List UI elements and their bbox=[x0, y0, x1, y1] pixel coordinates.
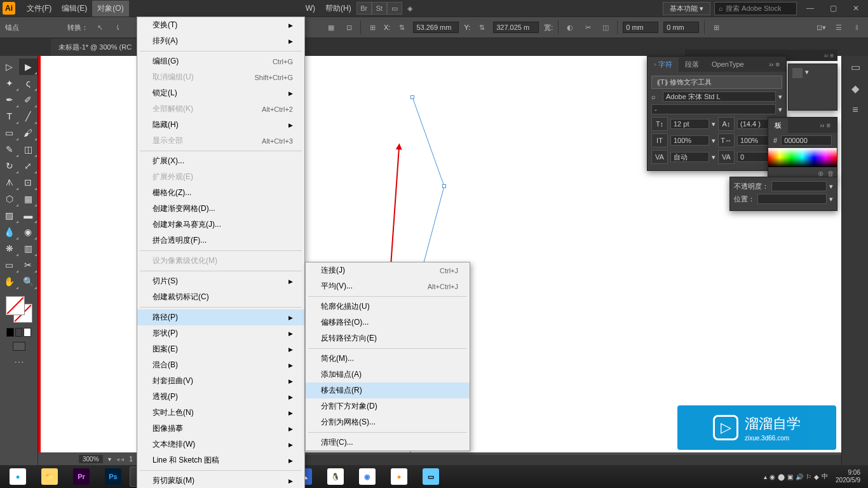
menu-item[interactable]: 排列(A)▶ bbox=[137, 33, 304, 49]
minimize-button[interactable]: — bbox=[801, 2, 820, 15]
menu-edit[interactable]: 编辑(E) bbox=[57, 1, 92, 17]
zoom-tool[interactable]: 🔍 bbox=[19, 273, 38, 290]
symbol-tool[interactable]: ❋ bbox=[0, 240, 19, 257]
menu-item[interactable]: 变换(T)▶ bbox=[137, 17, 304, 33]
eraser-tool[interactable]: ◫ bbox=[19, 141, 38, 158]
menu-item[interactable]: 创建对象马赛克(J)... bbox=[137, 217, 304, 233]
menu-item[interactable]: 图像描摹▶ bbox=[137, 421, 304, 437]
magic-wand-tool[interactable]: ✦ bbox=[0, 75, 19, 92]
pos-input[interactable] bbox=[757, 194, 827, 204]
direct-select-tool[interactable]: ▶ bbox=[19, 58, 38, 75]
convert-corner-icon[interactable]: ↖ bbox=[93, 21, 106, 34]
tab-paragraph[interactable]: 段落 bbox=[679, 57, 705, 72]
menu-item[interactable]: 扩展(X)... bbox=[137, 153, 304, 169]
x-input[interactable] bbox=[413, 22, 459, 33]
pref-icon[interactable]: ⫴ bbox=[850, 21, 863, 34]
submenu-item[interactable]: 分割下方对象(D) bbox=[306, 398, 470, 414]
submenu-item[interactable]: 连接(J)Ctrl+J bbox=[306, 262, 470, 278]
menu-item[interactable]: 编组(G)Ctrl+G bbox=[137, 53, 304, 69]
close-button[interactable]: ✕ bbox=[846, 2, 865, 15]
dock-properties[interactable]: ▭ bbox=[842, 56, 868, 78]
line-tool[interactable]: ╱ bbox=[19, 108, 38, 125]
workspace-switcher[interactable]: 基本功能 ▾ bbox=[663, 2, 710, 15]
edit-toolbar[interactable]: ⋯ bbox=[4, 353, 34, 368]
scale-tool[interactable]: ⤢ bbox=[19, 158, 38, 174]
free-transform-tool[interactable]: ⊡ bbox=[19, 174, 38, 191]
search-stock[interactable]: ⌕ 搜索 Adobe Stock bbox=[714, 2, 797, 15]
taskbar-firefox[interactable]: ● bbox=[384, 466, 414, 487]
submenu-item[interactable]: 简化(M)... bbox=[306, 351, 470, 367]
tray-icon[interactable]: 中 bbox=[822, 472, 828, 481]
extra-icon-2[interactable]: ✂ bbox=[581, 21, 594, 34]
zoom-level[interactable]: 300% bbox=[79, 455, 103, 463]
maximize-button[interactable]: ▢ bbox=[824, 2, 843, 15]
menu-object[interactable]: 对象(O) bbox=[92, 1, 128, 17]
taskbar-explorer[interactable]: 📁 bbox=[34, 466, 65, 487]
doc-tab-1[interactable]: 未标题-1* @ 300% (RC bbox=[51, 39, 139, 56]
fill-mode[interactable] bbox=[6, 328, 14, 337]
menu-item[interactable]: 混合(B)▶ bbox=[137, 357, 304, 373]
link-icon-2[interactable]: ⇅ bbox=[475, 21, 488, 34]
blend-tool[interactable]: ◉ bbox=[19, 224, 38, 240]
mesh-tool[interactable]: ▨ bbox=[0, 207, 19, 224]
dock-libraries[interactable]: ◆ bbox=[842, 78, 868, 99]
kerning-input[interactable] bbox=[670, 152, 709, 162]
menu-partial[interactable]: W) bbox=[301, 1, 320, 15]
panel-menu-icon[interactable]: ›› ≡ bbox=[763, 58, 786, 71]
hand-tool[interactable]: ✋ bbox=[0, 273, 19, 290]
stock-icon[interactable]: St bbox=[372, 2, 387, 15]
type-tool[interactable]: T bbox=[0, 108, 19, 125]
submenu-item[interactable]: 分割为网格(S)... bbox=[306, 414, 470, 430]
menu-item[interactable]: 剪切蒙版(M)▶ bbox=[137, 473, 304, 488]
menu-item[interactable]: 图案(E)▶ bbox=[137, 341, 304, 357]
menu-item[interactable]: 栅格化(Z)... bbox=[137, 185, 304, 201]
menu-item[interactable]: 封套扭曲(V)▶ bbox=[137, 373, 304, 389]
submenu-item[interactable]: 偏移路径(O)... bbox=[306, 315, 470, 330]
gpu-icon[interactable]: ◈ bbox=[402, 2, 417, 15]
submenu-item[interactable]: 添加锚点(A) bbox=[306, 367, 470, 383]
rotate-tool[interactable]: ↻ bbox=[0, 158, 19, 174]
link-icon[interactable]: ⇅ bbox=[395, 21, 408, 34]
tray-icon[interactable]: ◆ bbox=[814, 473, 819, 480]
submenu-item[interactable]: 清理(C)... bbox=[306, 435, 470, 451]
menu-item[interactable]: 切片(S)▶ bbox=[137, 273, 304, 289]
eyedropper-tool[interactable]: 💧 bbox=[0, 224, 19, 240]
menu-item[interactable]: 拼合透明度(F)... bbox=[137, 233, 304, 248]
menu-item[interactable]: 文本绕排(W)▶ bbox=[137, 437, 304, 452]
y-input[interactable] bbox=[493, 22, 539, 33]
tray-up-icon[interactable]: ▴ bbox=[764, 473, 767, 480]
pen-tool[interactable]: ✒ bbox=[0, 92, 19, 108]
slice-tool[interactable]: ✂ bbox=[19, 257, 38, 273]
submenu-item[interactable]: 平均(V)...Alt+Ctrl+J bbox=[306, 278, 470, 294]
font-size-input[interactable] bbox=[670, 119, 709, 129]
bridge-icon[interactable]: Br bbox=[356, 2, 372, 15]
lasso-tool[interactable]: ς bbox=[19, 75, 38, 92]
menu-item[interactable]: 路径(P)▶ bbox=[137, 309, 304, 325]
isolate-icon[interactable]: ⊡ bbox=[342, 21, 355, 34]
menu-item[interactable]: 形状(P)▶ bbox=[137, 325, 304, 341]
none-mode[interactable] bbox=[24, 328, 31, 337]
gradient-mode[interactable] bbox=[15, 328, 23, 337]
align-to-icon[interactable]: ⊡▾ bbox=[815, 21, 827, 34]
tray-icon[interactable]: ⬤ bbox=[778, 473, 785, 480]
tab-swatch[interactable]: 板 bbox=[768, 118, 788, 133]
artboard-nav[interactable]: 1 bbox=[129, 456, 133, 463]
align-icon[interactable]: ▦ bbox=[325, 21, 337, 34]
extra-icon-3[interactable]: ◫ bbox=[599, 21, 612, 34]
menu-item[interactable]: 锁定(L)▶ bbox=[137, 85, 304, 101]
menu-item[interactable]: 透视(P)▶ bbox=[137, 389, 304, 405]
tab-opentype[interactable]: OpenType bbox=[705, 58, 750, 71]
color-spectrum[interactable] bbox=[768, 148, 837, 167]
system-tray[interactable]: ▴ ◉ ⬤ ▣ 🔊 ⚐ ◆ 中 9:06 2020/5/9 bbox=[764, 469, 865, 484]
w-input[interactable] bbox=[623, 22, 658, 33]
dock-layers[interactable]: ≡ bbox=[842, 99, 868, 121]
setup-icon[interactable]: ☰ bbox=[832, 21, 845, 34]
hex-input[interactable] bbox=[781, 135, 832, 146]
tray-icon[interactable]: ▣ bbox=[787, 473, 793, 480]
menu-item[interactable]: 隐藏(H)▶ bbox=[137, 117, 304, 133]
menu-item[interactable]: 实时上色(N)▶ bbox=[137, 405, 304, 421]
fill-stroke-swatch[interactable] bbox=[6, 296, 32, 323]
width-tool[interactable]: ⩚ bbox=[0, 174, 19, 191]
selection-tool[interactable]: ▷ bbox=[0, 58, 19, 75]
artboard-tool[interactable]: ▭ bbox=[0, 257, 19, 273]
